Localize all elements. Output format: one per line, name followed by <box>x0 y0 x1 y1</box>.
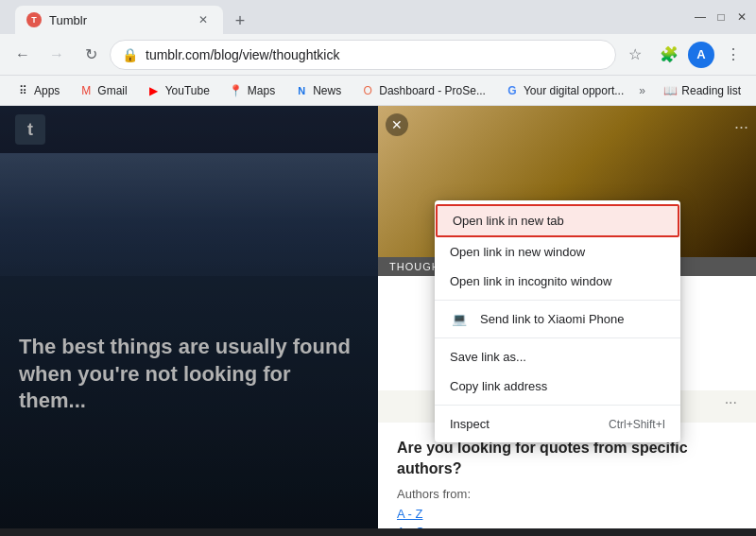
ctx-copy-address[interactable]: Copy link address <box>435 372 680 401</box>
bookmark-google-label: Your digital opport... <box>524 84 624 97</box>
bookmark-star-button[interactable]: ☆ <box>620 40 650 70</box>
google-icon: G <box>505 83 520 98</box>
bookmark-youtube-label: YouTube <box>165 84 210 97</box>
tumblr-logo: t <box>15 114 45 145</box>
apps-grid-icon: ⠿ <box>15 83 30 98</box>
title-bar: T Tumblr ✕ + — □ ✕ <box>0 0 756 34</box>
deeplife-question-text: Are you looking for quotes from specific… <box>397 438 737 480</box>
active-tab[interactable]: T Tumblr ✕ <box>15 6 223 34</box>
new-tab-button[interactable]: + <box>227 8 253 34</box>
dashboard-icon: O <box>360 83 375 98</box>
bookmark-youtube[interactable]: ▶ YouTube <box>139 79 217 102</box>
ctx-open-incognito[interactable]: Open link in incognito window <box>435 267 680 296</box>
minimize-button[interactable]: — <box>694 10 707 24</box>
back-button[interactable]: ← <box>8 40 38 70</box>
deeplife-header-more-button[interactable]: ... <box>734 113 748 133</box>
nav-right-controls: ☆ 🧩 A ⋮ <box>620 40 748 70</box>
ssl-lock-icon: 🔒 <box>122 47 138 62</box>
profile-avatar[interactable]: A <box>688 42 714 68</box>
news-icon: N <box>294 83 309 98</box>
tab-close-button[interactable]: ✕ <box>195 11 212 28</box>
maximize-button[interactable]: □ <box>714 10 728 24</box>
bookmarks-more-button[interactable]: » <box>635 79 649 102</box>
tumblr-header: t <box>0 106 378 153</box>
tumblr-quote: The best things are usually found when y… <box>19 334 359 415</box>
reload-button[interactable]: ↻ <box>76 40 106 70</box>
bookmark-maps-label: Maps <box>248 84 275 97</box>
ctx-separator-1 <box>435 300 680 301</box>
window-controls: — □ ✕ <box>694 10 748 24</box>
bookmark-apps[interactable]: ⠿ Apps <box>8 79 67 102</box>
forward-button[interactable]: → <box>42 40 72 70</box>
browser-window: T Tumblr ✕ + — □ ✕ ← → ↻ 🔒 tumblr.com/bl… <box>0 0 756 528</box>
deeplife-close-button[interactable]: ✕ <box>386 113 408 136</box>
send-to-phone-icon: 💻 <box>450 312 469 326</box>
bookmark-apps-label: Apps <box>34 84 60 97</box>
reading-list-button[interactable]: 📖 Reading list <box>656 79 748 102</box>
ctx-separator-3 <box>435 405 680 406</box>
close-button[interactable]: ✕ <box>735 10 748 24</box>
bookmark-gmail-label: Gmail <box>97 84 127 97</box>
ctx-save-link-label: Save link as... <box>450 350 665 364</box>
bookmark-news[interactable]: N News <box>286 79 349 102</box>
navigation-bar: ← → ↻ 🔒 tumblr.com/blog/view/thoughtkick… <box>0 34 756 76</box>
ctx-open-new-window-label: Open link in new window <box>450 245 665 259</box>
tab-title: Tumblr <box>49 13 187 27</box>
ctx-separator-2 <box>435 337 680 338</box>
ctx-inspect-label: Inspect <box>450 417 597 431</box>
extensions-button[interactable]: 🧩 <box>654 40 684 70</box>
ctx-send-to-phone[interactable]: 💻 Send link to Xiaomi Phone <box>435 304 680 334</box>
gmail-icon: M <box>78 83 94 98</box>
context-menu: Open link in new tab Open link in new wi… <box>435 200 680 442</box>
chrome-menu-button[interactable]: ⋮ <box>718 40 748 70</box>
ctx-inspect[interactable]: Inspect Ctrl+Shift+I <box>435 409 680 439</box>
ctx-send-to-phone-label: Send link to Xiaomi Phone <box>480 312 665 326</box>
ctx-open-new-window[interactable]: Open link in new window <box>435 237 680 267</box>
bookmark-gmail[interactable]: M Gmail <box>71 79 134 102</box>
maps-icon: 📍 <box>229 83 244 98</box>
ctx-copy-address-label: Copy link address <box>450 379 665 393</box>
youtube-icon: ▶ <box>146 83 162 98</box>
tumblr-page-left: t The best things are usually found when… <box>0 106 378 528</box>
bookmark-google[interactable]: G Your digital opport... <box>497 79 631 102</box>
ctx-open-new-tab-label: Open link in new tab <box>453 214 662 228</box>
deeplife-link-az[interactable]: A - Z <box>397 507 737 521</box>
bookmarks-bar: ⠿ Apps M Gmail ▶ YouTube 📍 Maps N News O <box>0 76 756 106</box>
bookmark-news-label: News <box>313 84 341 97</box>
deeplife-link-ac[interactable]: A - C <box>397 525 737 528</box>
address-bar[interactable]: 🔒 tumblr.com/blog/view/thoughtkick <box>110 40 616 70</box>
tab-favicon: T <box>26 12 42 27</box>
bookmark-dashboard-label: Dashboard - ProSe... <box>379 84 486 97</box>
bookmark-maps[interactable]: 📍 Maps <box>221 79 283 102</box>
reading-list-label: Reading list <box>681 84 741 97</box>
ctx-inspect-shortcut: Ctrl+Shift+I <box>609 418 665 431</box>
ctx-open-new-tab[interactable]: Open link in new tab <box>436 204 679 237</box>
reading-list-icon: 📖 <box>663 84 678 97</box>
url-text: tumblr.com/blog/view/thoughtkick <box>146 47 604 62</box>
browser-content-area: t The best things are usually found when… <box>0 106 756 528</box>
deeplife-authors-label: Authors from: <box>397 487 737 501</box>
ctx-save-link[interactable]: Save link as... <box>435 342 680 372</box>
bookmark-dashboard[interactable]: O Dashboard - ProSe... <box>352 79 493 102</box>
panel-more-button[interactable]: ··· <box>725 394 737 411</box>
ctx-open-incognito-label: Open link in incognito window <box>450 274 665 288</box>
